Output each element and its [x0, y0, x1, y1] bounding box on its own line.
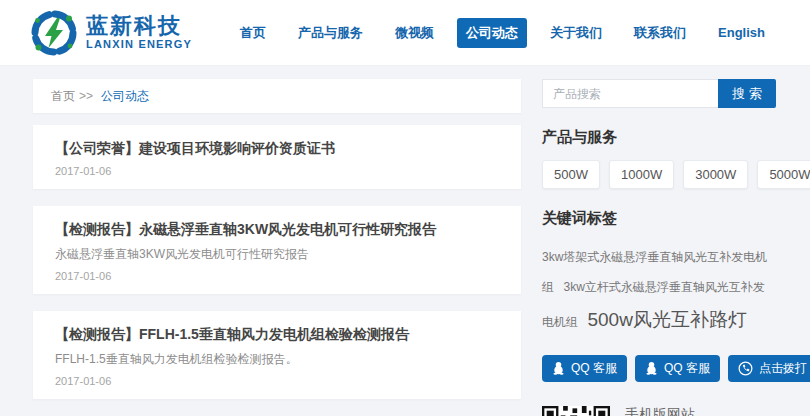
nav-item-news[interactable]: 公司动态 — [457, 18, 527, 48]
call-button[interactable]: 点击拨打 — [728, 355, 810, 382]
header: 蓝新科技 LANXIN ENERGY 首页 产品与服务 微视频 公司动态 关于我… — [0, 0, 810, 66]
product-search: 搜 索 — [542, 79, 776, 108]
page: 蓝新科技 LANXIN ENERGY 首页 产品与服务 微视频 公司动态 关于我… — [0, 0, 810, 416]
news-item-1[interactable]: 【公司荣誉】建设项目环境影响评价资质证书 2017-01-06 — [33, 125, 521, 189]
brand-logo[interactable]: 蓝新科技 LANXIN ENERGY — [30, 9, 192, 57]
news-item-summary: FFLH-1.5垂直轴风力发电机组检验检测报告。 — [55, 351, 499, 368]
content: 首页>>公司动态 【公司荣誉】建设项目环境影响评价资质证书 2017-01-06… — [0, 66, 810, 416]
nav-item-videos[interactable]: 微视频 — [386, 18, 443, 48]
qq-service-label: QQ 客服 — [664, 360, 710, 377]
breadcrumb: 首页>>公司动态 — [33, 79, 521, 113]
qq-service-button-2[interactable]: QQ 客服 — [635, 355, 720, 382]
mobile-site-text: 手机版网站 扫描二维码，即可打开蓝新科技手机版网站， 随时随地浏览、收藏、分享最… — [625, 406, 776, 416]
product-5000w-button[interactable]: 5000W — [757, 160, 810, 189]
news-item-title[interactable]: 【公司荣誉】建设项目环境影响评价资质证书 — [55, 140, 499, 158]
contact-buttons: QQ 客服 QQ 客服 点击拨打 — [542, 355, 776, 382]
news-item-date: 2017-01-06 — [55, 165, 499, 177]
qr-code — [542, 406, 610, 416]
main-nav: 首页 产品与服务 微视频 公司动态 关于我们 联系我们 English — [231, 18, 774, 48]
keywords-heading: 关键词标签 — [542, 209, 776, 228]
nav-item-about[interactable]: 关于我们 — [541, 18, 611, 48]
product-filters: 500W 1000W 3000W 5000W — [542, 160, 776, 189]
qq-penguin-icon — [552, 361, 565, 375]
search-input[interactable] — [542, 79, 718, 108]
lanxin-logo-icon — [30, 9, 78, 57]
nav-item-products[interactable]: 产品与服务 — [289, 18, 372, 48]
nav-item-english[interactable]: English — [709, 19, 774, 46]
keyword-tag-large[interactable]: 500w风光互补路灯 — [587, 309, 746, 330]
news-item-title[interactable]: 【检测报告】FFLH-1.5垂直轴风力发电机组检验检测报告 — [55, 326, 499, 344]
mobile-site-box: 手机版网站 扫描二维码，即可打开蓝新科技手机版网站， 随时随地浏览、收藏、分享最… — [542, 406, 776, 416]
products-heading: 产品与服务 — [542, 128, 776, 147]
nav-item-home[interactable]: 首页 — [231, 18, 275, 48]
breadcrumb-current[interactable]: 公司动态 — [101, 89, 149, 103]
news-item-title[interactable]: 【检测报告】永磁悬浮垂直轴3KW风光发电机可行性研究报告 — [55, 221, 499, 239]
qq-penguin-icon — [645, 361, 658, 375]
news-item-date: 2017-01-06 — [55, 375, 499, 387]
brand-name-cn: 蓝新科技 — [86, 14, 192, 37]
product-3000w-button[interactable]: 3000W — [683, 160, 748, 189]
call-label: 点击拨打 — [759, 360, 807, 377]
breadcrumb-home[interactable]: 首页 — [51, 89, 75, 103]
brand-text: 蓝新科技 LANXIN ENERGY — [86, 14, 192, 51]
nav-item-contact[interactable]: 联系我们 — [625, 18, 695, 48]
product-500w-button[interactable]: 500W — [542, 160, 600, 189]
news-item-summary: 永磁悬浮垂直轴3KW风光发电机可行性研究报告 — [55, 246, 499, 263]
keyword-tags: 3kw塔架式永磁悬浮垂直轴风光互补发电机组 3kw立杆式永磁悬浮垂直轴风光互补发… — [542, 241, 776, 338]
main-column: 首页>>公司动态 【公司荣誉】建设项目环境影响评价资质证书 2017-01-06… — [33, 79, 521, 416]
news-item-date: 2017-01-06 — [55, 270, 499, 282]
search-button[interactable]: 搜 索 — [718, 79, 776, 108]
news-item-2[interactable]: 【检测报告】永磁悬浮垂直轴3KW风光发电机可行性研究报告 永磁悬浮垂直轴3KW风… — [33, 206, 521, 294]
brand-name-en: LANXIN ENERGY — [86, 39, 192, 51]
news-item-3[interactable]: 【检测报告】FFLH-1.5垂直轴风力发电机组检验检测报告 FFLH-1.5垂直… — [33, 311, 521, 399]
sidebar: 搜 索 产品与服务 500W 1000W 3000W 5000W 关键词标签 3… — [542, 79, 776, 416]
qq-service-button-1[interactable]: QQ 客服 — [542, 355, 627, 382]
breadcrumb-separator: >> — [79, 89, 93, 103]
qq-service-label: QQ 客服 — [571, 360, 617, 377]
phone-icon — [738, 361, 753, 376]
mobile-site-title: 手机版网站 — [625, 406, 776, 416]
product-1000w-button[interactable]: 1000W — [609, 160, 674, 189]
